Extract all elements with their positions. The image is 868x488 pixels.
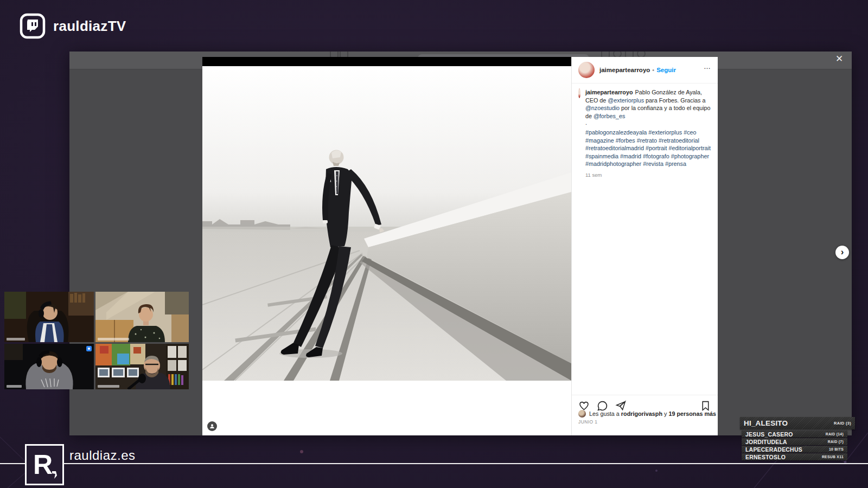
event-row: JESUS_CASERO RAID (14) xyxy=(742,431,847,438)
avatar[interactable] xyxy=(578,62,595,78)
website-url: rauldiaz.es xyxy=(69,448,136,463)
event-row: HI_ALESITO RAID (3) xyxy=(740,417,855,429)
post-date: JUNIO 1 xyxy=(578,419,597,425)
post-username[interactable]: jaimepartearroyo xyxy=(599,67,650,73)
likes-count[interactable]: 19 personas más xyxy=(668,410,716,417)
caption-mention[interactable]: @forbes_es xyxy=(593,113,625,119)
channel-name: rauldiazTV xyxy=(53,18,126,35)
event-type-label: RESUB X11 xyxy=(822,455,844,459)
instagram-photo-pane xyxy=(202,57,571,435)
event-username: HI_ALESITO xyxy=(744,419,788,427)
caption-hashtags[interactable]: #pablogonzalezdeayala #exteriorplus #ceo… xyxy=(585,129,711,168)
caption-mention[interactable]: @nzoestudio xyxy=(585,105,620,111)
stream-overlay-stage: { "stream": { "channel": "rauldiazTV", "… xyxy=(0,0,868,488)
webcam-video xyxy=(4,344,94,389)
twitch-channel-badge: rauldiazTV xyxy=(20,13,126,39)
caption-dot: . xyxy=(585,120,711,126)
event-username: LAPECERADECHUS xyxy=(745,446,802,453)
webcam-top-right xyxy=(95,292,189,342)
webcam-grid xyxy=(4,292,189,389)
likes-connector: y xyxy=(662,410,668,417)
post-time-ago: 11 sem xyxy=(585,172,711,179)
person-tag-icon xyxy=(209,423,215,429)
branding-divider-line xyxy=(0,463,868,464)
event-type-label: RAID (3) xyxy=(834,421,851,426)
channel-logo: R xyxy=(25,444,64,485)
liker-avatar[interactable] xyxy=(578,410,586,418)
next-post-button[interactable]: › xyxy=(835,246,849,259)
webcam-top-left xyxy=(4,292,94,342)
active-speaker-badge xyxy=(86,346,92,351)
more-options-icon[interactable]: … xyxy=(704,62,711,70)
event-type-label: RAID (7) xyxy=(828,440,844,444)
likes-row: Les gusta a rodrigorivasph y 19 personas… xyxy=(578,410,716,418)
webcam-video xyxy=(95,344,189,389)
webcam-name-label xyxy=(98,338,129,341)
instagram-photo xyxy=(202,66,571,381)
stream-events-list: HI_ALESITO RAID (3) JESUS_CASERO RAID (1… xyxy=(742,417,847,461)
event-username: JESUS_CASERO xyxy=(745,431,793,438)
event-type-label: 10 BITS xyxy=(829,447,844,451)
tagged-people-button[interactable] xyxy=(207,421,217,431)
logo-letter: R xyxy=(33,451,53,478)
caption-text: para Forbes. Gracias a xyxy=(644,97,705,104)
post-caption: jaimepartearroyoPablo González de Ayala,… xyxy=(572,84,718,179)
event-username: ERNESTOSLO xyxy=(745,454,786,460)
webcam-bottom-right xyxy=(95,344,189,389)
likes-username[interactable]: rodrigorivasph xyxy=(621,410,662,417)
webcam-bottom-left-active xyxy=(4,344,94,389)
event-row: ERNESTOSLO RESUB X11 xyxy=(742,453,847,460)
event-type-label: RAID (14) xyxy=(826,432,844,436)
webcam-name-label xyxy=(98,385,119,388)
post-header: jaimepartearroyo • Seguir … xyxy=(572,57,718,84)
webcam-name-label xyxy=(7,385,22,388)
photo-letterbox xyxy=(202,57,571,66)
webcam-name-label xyxy=(7,338,25,341)
event-row: JORDITUDELA RAID (7) xyxy=(742,438,847,445)
follow-button[interactable]: Seguir xyxy=(656,67,676,73)
close-icon[interactable]: ✕ xyxy=(833,53,845,65)
logo-comma-mark xyxy=(52,471,57,479)
likes-prefix: Les gusta a xyxy=(589,410,621,417)
caption-avatar[interactable] xyxy=(578,88,580,98)
event-row: LAPECERADECHUS 10 BITS xyxy=(742,446,847,453)
twitch-logo-icon xyxy=(20,13,46,39)
webcam-video xyxy=(95,292,189,342)
caption-username[interactable]: jaimepartearroyo xyxy=(585,89,633,95)
instagram-sidebar: jaimepartearroyo • Seguir … jaimepartear… xyxy=(571,57,718,435)
event-username: JORDITUDELA xyxy=(745,439,787,445)
webcam-video xyxy=(4,292,94,342)
separator-dot: • xyxy=(652,67,654,73)
caption-mention[interactable]: @exteriorplus xyxy=(608,97,644,104)
